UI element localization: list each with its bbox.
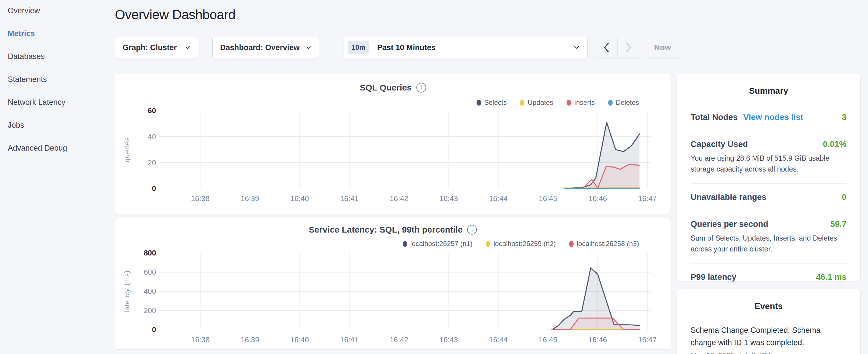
svg-text:16:42: 16:42 — [390, 194, 408, 202]
svg-text:latency (ms): latency (ms) — [123, 270, 131, 313]
sql-queries-chart[interactable]: 16:3816:3916:4016:4116:4216:4316:4416:45… — [115, 74, 671, 215]
summary-panel: Summary Total Nodes View nodes list 3 Ca… — [677, 74, 861, 281]
svg-text:16:44: 16:44 — [489, 336, 508, 344]
events-title: Events — [691, 301, 846, 311]
svg-text:16:38: 16:38 — [191, 194, 210, 202]
summary-row-unavailable-ranges: Unavailable ranges 0 — [691, 192, 846, 202]
capacity-used-description: You are using 28.6 MiB of 515.9 GiB usab… — [691, 153, 846, 174]
graph-select-label: Graph: Cluster — [123, 43, 177, 52]
controls-divider — [339, 37, 339, 58]
summary-row-p99-latency: P99 latency 46.1 ms — [691, 272, 846, 282]
total-nodes-value: 3 — [842, 112, 846, 122]
sidebar-nav: OverviewMetricsDatabasesStatementsNetwor… — [8, 0, 111, 160]
divider — [691, 211, 846, 211]
sidebar-item-metrics[interactable]: Metrics — [8, 22, 111, 45]
dashboard-select-dropdown[interactable]: Dashboard: Overview — [212, 37, 319, 58]
svg-text:16:41: 16:41 — [340, 194, 359, 202]
chevron-down-icon — [306, 46, 311, 49]
sidebar-item-overview[interactable]: Overview — [8, 0, 111, 22]
summary-row-capacity: Capacity Used 0.01% — [691, 139, 846, 149]
svg-text:16:43: 16:43 — [439, 194, 458, 202]
page-title: Overview Dashboard — [115, 7, 236, 22]
svg-text:60: 60 — [148, 106, 156, 115]
svg-text:16:41: 16:41 — [340, 336, 359, 344]
total-nodes-label: Total Nodes — [691, 112, 738, 122]
now-button[interactable]: Now — [646, 37, 679, 58]
sidebar-item-jobs[interactable]: Jobs — [8, 114, 111, 137]
time-range-badge: 10m — [348, 41, 369, 54]
dashboard-select-label: Dashboard: Overview — [220, 43, 300, 52]
svg-text:16:46: 16:46 — [589, 194, 607, 202]
qps-value: 59.7 — [831, 219, 846, 229]
svg-text:16:42: 16:42 — [390, 336, 408, 344]
svg-text:16:45: 16:45 — [539, 194, 557, 202]
divider — [691, 183, 846, 184]
time-range-picker[interactable]: 10m Past 10 Minutes — [344, 37, 588, 58]
events-panel: Events Schema Change Completed: Schema c… — [677, 289, 861, 354]
capacity-used-label: Capacity Used — [691, 139, 748, 149]
svg-text:queries: queries — [123, 137, 131, 162]
qps-description: Sum of Selects, Updates, Inserts, and De… — [691, 232, 846, 254]
event-item-timestamp: May 13, 2020 at 4:45 PM — [691, 351, 846, 354]
overview-dashboard-page: OverviewMetricsDatabasesStatementsNetwor… — [0, 0, 868, 354]
chevron-down-icon — [185, 46, 190, 49]
svg-text:0: 0 — [152, 185, 156, 192]
svg-text:16:45: 16:45 — [539, 336, 557, 344]
svg-text:16:39: 16:39 — [241, 194, 259, 202]
capacity-used-value: 0.01% — [823, 139, 846, 149]
summary-row-qps: Queries per second 59.7 — [691, 219, 846, 229]
sidebar-item-statements[interactable]: Statements — [8, 68, 111, 91]
chevron-right-icon — [626, 42, 632, 53]
sql-queries-chart-card: SQL Queries i SelectsUpdatesInsertsDelet… — [115, 74, 671, 215]
svg-text:400: 400 — [144, 287, 156, 295]
chevron-left-icon — [603, 42, 610, 53]
svg-text:16:40: 16:40 — [290, 194, 309, 202]
graph-select-dropdown[interactable]: Graph: Cluster — [115, 37, 198, 58]
dashboard-controls: Graph: Cluster Dashboard: Overview 10m P… — [115, 37, 679, 58]
sidebar-item-databases[interactable]: Databases — [8, 45, 111, 68]
svg-text:16:39: 16:39 — [241, 336, 259, 344]
svg-text:16:47: 16:47 — [638, 336, 657, 344]
svg-text:40: 40 — [148, 133, 156, 141]
svg-text:16:47: 16:47 — [638, 194, 657, 202]
prev-time-window-button[interactable] — [595, 37, 618, 58]
service-latency-chart-card: Service Latency: SQL, 99th percentile i … — [115, 218, 671, 350]
svg-text:16:43: 16:43 — [439, 336, 458, 344]
unavailable-ranges-value: 0 — [842, 192, 846, 202]
event-item-text[interactable]: Schema Change Completed: Schema change w… — [691, 324, 846, 349]
p99-latency-label: P99 latency — [691, 272, 737, 282]
summary-title: Summary — [691, 86, 846, 96]
service-latency-chart[interactable]: 16:3816:3916:4016:4116:4216:4316:4416:45… — [115, 218, 671, 349]
svg-text:600: 600 — [144, 268, 156, 276]
svg-text:200: 200 — [144, 307, 156, 315]
summary-row-total-nodes: Total Nodes View nodes list 3 — [691, 112, 846, 122]
unavailable-ranges-label: Unavailable ranges — [691, 192, 766, 202]
svg-text:16:46: 16:46 — [588, 336, 607, 344]
svg-text:800: 800 — [144, 249, 156, 257]
chevron-down-icon — [574, 45, 580, 50]
sidebar-item-advanced-debug[interactable]: Advanced Debug — [8, 137, 111, 160]
svg-text:16:44: 16:44 — [489, 194, 508, 202]
svg-text:20: 20 — [148, 159, 156, 167]
sidebar-item-network-latency[interactable]: Network Latency — [8, 91, 111, 114]
qps-label: Queries per second — [691, 219, 768, 229]
time-window-arrows — [595, 37, 640, 58]
svg-text:16:40: 16:40 — [290, 336, 309, 344]
time-range-label: Past 10 Minutes — [377, 43, 436, 52]
svg-text:16:38: 16:38 — [191, 336, 210, 344]
p99-latency-value: 46.1 ms — [816, 272, 846, 282]
view-nodes-list-link[interactable]: View nodes list — [743, 112, 803, 122]
svg-text:0: 0 — [152, 326, 156, 334]
next-time-window-button[interactable] — [618, 37, 640, 58]
divider — [691, 263, 846, 263]
